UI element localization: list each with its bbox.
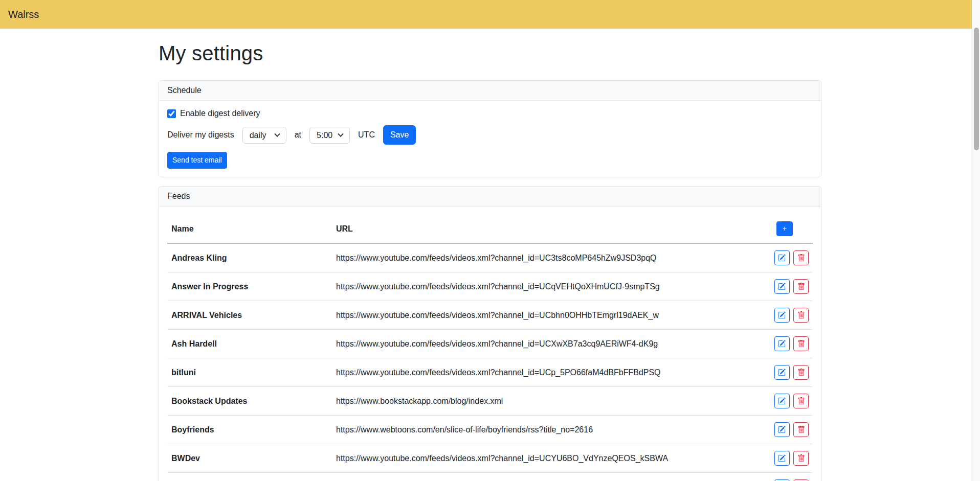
delete-feed-button[interactable] <box>793 422 809 437</box>
pencil-square-icon <box>778 454 786 462</box>
edit-feed-button[interactable] <box>774 308 790 323</box>
feed-row: Boyfriends https://www.webtoons.com/en/s… <box>167 416 813 444</box>
feeds-card-header: Feeds <box>159 187 821 207</box>
edit-feed-button[interactable] <box>774 250 790 265</box>
feed-row: Andreas Kling https://www.youtube.com/fe… <box>167 243 813 272</box>
feed-row: bitluni https://www.youtube.com/feeds/vi… <box>167 358 813 387</box>
frequency-select-wrap: daily <box>242 127 286 144</box>
page-title: My settings <box>159 42 821 65</box>
frequency-select[interactable]: daily <box>242 127 286 144</box>
feed-url: https://www.youtube.com/feeds/videos.xml… <box>336 282 660 291</box>
trash-icon <box>797 426 805 433</box>
pencil-square-icon <box>778 340 786 348</box>
delete-feed-button[interactable] <box>793 365 809 380</box>
feed-row: Answer In Progress https://www.youtube.c… <box>167 272 813 301</box>
trash-icon <box>797 340 805 348</box>
feed-url: https://www.webtoons.com/en/slice-of-lif… <box>336 425 593 434</box>
feed-name: BWDev <box>171 454 200 463</box>
main-container: My settings Schedule Enable digest deliv… <box>152 42 828 481</box>
delete-feed-button[interactable] <box>793 451 809 466</box>
feed-url: https://www.youtube.com/feeds/videos.xml… <box>336 254 657 262</box>
edit-feed-button[interactable] <box>774 365 790 380</box>
feed-url: https://www.youtube.com/feeds/videos.xml… <box>336 368 661 377</box>
delete-feed-button[interactable] <box>793 308 809 323</box>
digest-schedule-row: Deliver my digests daily at 5:00 UTC Sav… <box>167 125 813 145</box>
pencil-square-icon <box>778 283 786 290</box>
feed-row: Computerphile https://www.youtube.com/fe… <box>167 473 813 481</box>
feed-name: Boyfriends <box>171 425 214 434</box>
feeds-table-body: Andreas Kling https://www.youtube.com/fe… <box>167 243 813 481</box>
feed-url: https://www.youtube.com/feeds/videos.xml… <box>336 454 668 463</box>
enable-digest-label: Enable digest delivery <box>180 109 260 118</box>
feed-name: bitluni <box>171 368 196 377</box>
edit-feed-button[interactable] <box>774 279 790 294</box>
trash-icon <box>797 311 805 319</box>
edit-feed-button[interactable] <box>774 336 790 351</box>
trash-icon <box>797 454 805 462</box>
pencil-square-icon <box>778 426 786 433</box>
navbar-brand[interactable]: Walrss <box>8 9 39 20</box>
add-feed-button[interactable]: + <box>776 221 793 236</box>
edit-feed-button[interactable] <box>774 451 790 466</box>
feed-url: https://www.youtube.com/feeds/videos.xml… <box>336 311 659 319</box>
column-header-actions: + <box>746 215 813 243</box>
time-select[interactable]: 5:00 <box>309 127 350 144</box>
schedule-card: Schedule Enable digest delivery Deliver … <box>159 80 821 177</box>
edit-feed-button[interactable] <box>774 394 790 408</box>
delete-feed-button[interactable] <box>793 279 809 294</box>
timezone-label: UTC <box>358 130 375 140</box>
pencil-square-icon <box>778 254 786 262</box>
feeds-card-body: Name URL + Andreas Kling https://www.you… <box>159 207 821 481</box>
trash-icon <box>797 254 805 262</box>
save-button[interactable]: Save <box>383 125 416 145</box>
feeds-table-header-row: Name URL + <box>167 215 813 243</box>
feed-row: Ash Hardell https://www.youtube.com/feed… <box>167 330 813 358</box>
feeds-table: Name URL + Andreas Kling https://www.you… <box>167 215 813 481</box>
at-label: at <box>295 130 301 140</box>
schedule-card-body: Enable digest delivery Deliver my digest… <box>159 101 821 177</box>
column-header-url: URL <box>332 215 746 243</box>
scrollbar[interactable] <box>972 0 980 481</box>
feed-name: Andreas Kling <box>171 254 227 262</box>
feed-row: Bookstack Updates https://www.bookstacka… <box>167 387 813 416</box>
feed-name: Ash Hardell <box>171 339 217 348</box>
pencil-square-icon <box>778 311 786 319</box>
scrollbar-thumb[interactable] <box>974 28 979 150</box>
feeds-card: Feeds Name URL + Andreas Kling https://w… <box>159 186 821 481</box>
pencil-square-icon <box>778 369 786 376</box>
enable-digest-row: Enable digest delivery <box>167 109 813 118</box>
time-select-wrap: 5:00 <box>309 127 350 144</box>
delete-feed-button[interactable] <box>793 394 809 408</box>
trash-icon <box>797 283 805 290</box>
feed-name: Bookstack Updates <box>171 397 248 405</box>
delete-feed-button[interactable] <box>793 336 809 351</box>
deliver-digests-label: Deliver my digests <box>167 130 234 140</box>
feed-url: https://www.youtube.com/feeds/videos.xml… <box>336 339 658 348</box>
feed-row: BWDev https://www.youtube.com/feeds/vide… <box>167 444 813 473</box>
feed-name: Answer In Progress <box>171 282 248 291</box>
pencil-square-icon <box>778 397 786 405</box>
delete-feed-button[interactable] <box>793 250 809 265</box>
edit-feed-button[interactable] <box>774 422 790 437</box>
enable-digest-checkbox[interactable] <box>167 109 176 118</box>
trash-icon <box>797 397 805 405</box>
column-header-name: Name <box>167 215 332 243</box>
feed-name: ARRIVAL Vehicles <box>171 311 242 319</box>
navbar: Walrss <box>0 0 980 29</box>
send-test-email-button[interactable]: Send test email <box>167 152 227 169</box>
feed-url: https://www.bookstackapp.com/blog/index.… <box>336 397 503 405</box>
trash-icon <box>797 369 805 376</box>
feed-row: ARRIVAL Vehicles https://www.youtube.com… <box>167 301 813 330</box>
schedule-card-header: Schedule <box>159 81 821 101</box>
